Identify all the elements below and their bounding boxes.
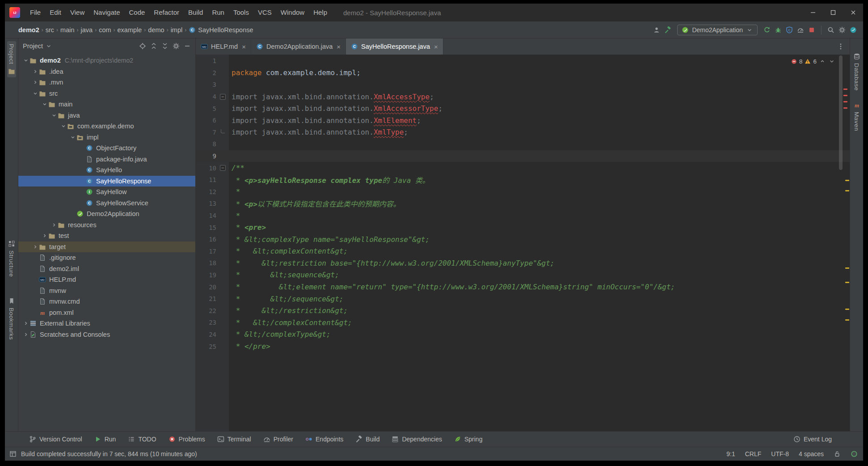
warning-stripe-mark[interactable] <box>845 319 849 321</box>
editor-tab-demo2application-java[interactable]: CDemo2Application.java× <box>251 38 346 55</box>
chevron-right-icon[interactable] <box>31 80 39 85</box>
tree-item-target[interactable]: target <box>18 241 195 253</box>
code-line-17[interactable]: 17 * &lt;complexContent&gt; <box>196 246 850 258</box>
code-line-25[interactable]: 25 * </pre> <box>196 340 850 352</box>
chevron-right-icon[interactable] <box>22 321 29 326</box>
tree-item-pom.xml[interactable]: mpom.xml <box>18 307 195 318</box>
tree-item-.mvn[interactable]: .mvn <box>18 77 195 88</box>
breadcrumb-item-demo2[interactable]: demo2 <box>18 26 39 34</box>
previous-issue-icon[interactable] <box>819 58 826 65</box>
code-line-13[interactable]: 13 * <p>以下模式片段指定包含在此类中的预期内容。 <box>196 198 850 210</box>
tree-item-objectfactory[interactable]: CObjectFactory <box>18 143 195 154</box>
menu-file[interactable]: File <box>25 4 45 21</box>
error-stripe-mark[interactable] <box>843 107 847 109</box>
tree-item-sayhelloresponse[interactable]: CSayHelloResponse <box>18 176 195 187</box>
code-line-10[interactable]: 10−/** <box>196 162 850 174</box>
tool-window-button-run[interactable]: Run <box>94 436 116 443</box>
profiler-icon[interactable] <box>797 26 804 34</box>
warning-stripe-mark[interactable] <box>845 282 849 283</box>
tree-item-impl[interactable]: impl <box>18 132 195 143</box>
tab-close-icon[interactable]: × <box>337 43 341 50</box>
chevron-right-icon[interactable] <box>50 222 58 228</box>
code-line-21[interactable]: 21 * &lt;/sequence&gt; <box>196 293 850 305</box>
menu-edit[interactable]: Edit <box>45 4 66 21</box>
inspection-widget[interactable]: 8 6 <box>789 57 837 66</box>
code-line-3[interactable]: 3 <box>196 79 850 91</box>
caret-position[interactable]: 9:1 <box>726 450 735 458</box>
tree-item-package-info.java[interactable]: package-info.java <box>18 154 195 165</box>
fold-marker-icon[interactable] <box>216 131 229 133</box>
coverage-icon[interactable]: C <box>786 26 793 34</box>
users-icon[interactable] <box>653 26 660 34</box>
chevron-right-icon[interactable] <box>31 244 39 250</box>
tree-item-com.example.demo[interactable]: com.example.demo <box>18 121 195 132</box>
tree-item-sayhellow[interactable]: ISayHellow <box>18 186 195 198</box>
chevron-down-icon[interactable] <box>31 91 39 96</box>
code-line-24[interactable]: 24 * &lt;/complexType&gt; <box>196 329 850 341</box>
build-icon[interactable] <box>664 26 671 34</box>
tab-options-icon[interactable] <box>837 43 850 50</box>
tool-window-button-spring[interactable]: Spring <box>454 436 482 443</box>
maximize-button[interactable] <box>823 4 843 21</box>
code-line-14[interactable]: 14 * <box>196 210 850 222</box>
tree-item-java[interactable]: java <box>18 110 195 121</box>
file-encoding[interactable]: UTF-8 <box>771 450 789 458</box>
tool-window-button-event-log[interactable]: Event Log <box>793 436 832 443</box>
status-indicator-icon[interactable] <box>851 450 858 458</box>
menu-code[interactable]: Code <box>124 4 149 21</box>
warning-stripe-mark[interactable] <box>845 267 849 269</box>
menu-navigate[interactable]: Navigate <box>89 4 124 21</box>
warning-stripe-mark[interactable] <box>845 180 849 181</box>
code-line-9[interactable]: 9 <box>196 150 850 162</box>
tool-window-button-todo[interactable]: TODO <box>128 436 156 443</box>
chevron-down-icon[interactable] <box>22 58 29 63</box>
editor-tab-sayhelloresponse-java[interactable]: CSayHelloResponse.java× <box>346 38 443 55</box>
project-panel-title[interactable]: Project <box>23 42 43 50</box>
expand-all-icon[interactable] <box>150 42 157 50</box>
tool-stripe-button-project[interactable]: Project <box>7 41 16 77</box>
menu-window[interactable]: Window <box>276 4 309 21</box>
tree-item-scratches-and-consoles[interactable]: Scratches and Consoles <box>18 329 195 340</box>
breadcrumb-item-com[interactable]: com <box>99 26 111 34</box>
code-line-16[interactable]: 16 * &lt;complexType name="sayHelloRespo… <box>196 233 850 246</box>
code-line-7[interactable]: 7import javax.xml.bind.annotation.XmlTyp… <box>196 127 850 139</box>
chevron-right-icon[interactable] <box>41 233 48 238</box>
tree-item-help.md[interactable]: MDHELP.md <box>18 274 195 285</box>
tree-item-demo2[interactable]: demo2C:\mnt-d\projects\demo2 <box>18 55 195 66</box>
code-line-8[interactable]: 8 <box>196 138 850 150</box>
menu-view[interactable]: View <box>66 4 89 21</box>
run-configuration-select[interactable]: Demo2Application <box>677 25 758 35</box>
tree-item-resources[interactable]: resources <box>18 220 195 231</box>
code-line-2[interactable]: 2package com.example.demo.impl; <box>196 67 850 79</box>
error-stripe[interactable] <box>843 55 850 431</box>
tree-item-main[interactable]: main <box>18 99 195 110</box>
breadcrumb-item-example[interactable]: example <box>118 26 142 34</box>
tool-stripe-button-bookmarks[interactable]: Bookmarks <box>7 295 16 343</box>
ide-status-icon[interactable] <box>850 26 857 34</box>
code-line-15[interactable]: 15 * <pre> <box>196 221 850 233</box>
tree-item-mvnw.cmd[interactable]: mvnw.cmd <box>18 296 195 307</box>
breadcrumb-item-sayhelloresponse[interactable]: CSayHelloResponse <box>189 26 253 34</box>
code-line-20[interactable]: 20 * &lt;element name="return" type="{ht… <box>196 281 850 293</box>
code-line-18[interactable]: 18 * &lt;restriction base="{http://www.w… <box>196 257 850 269</box>
tree-item-mvnw[interactable]: mvnw <box>18 285 195 297</box>
tool-stripe-button-structure[interactable]: Structure <box>7 237 16 280</box>
error-stripe-mark[interactable] <box>843 101 847 102</box>
tool-window-button-profiler[interactable]: Profiler <box>263 436 293 443</box>
editor-scrollbar[interactable] <box>839 55 843 170</box>
code-line-23[interactable]: 23 * &lt;/complexContent&gt; <box>196 317 850 329</box>
breadcrumb-item-impl[interactable]: impl <box>171 26 183 34</box>
code-line-22[interactable]: 22 * &lt;/restriction&gt; <box>196 305 850 317</box>
close-button[interactable] <box>843 4 863 21</box>
chevron-right-icon[interactable] <box>22 332 29 337</box>
gear-icon[interactable] <box>173 42 180 50</box>
code-line-12[interactable]: 12 * <box>196 186 850 198</box>
code-line-11[interactable]: 11 * <p>sayHelloResponse complex type的 J… <box>196 174 850 186</box>
collapse-all-icon[interactable] <box>161 42 169 50</box>
warning-stripe-mark[interactable] <box>845 309 849 310</box>
tool-stripe-button-database[interactable]: Database <box>852 50 861 93</box>
chevron-right-icon[interactable] <box>31 69 39 74</box>
code-line-6[interactable]: 6import javax.xml.bind.annotation.XmlEle… <box>196 114 850 127</box>
breadcrumb-item-demo[interactable]: demo <box>148 26 164 34</box>
tree-item-.idea[interactable]: .idea <box>18 66 195 77</box>
